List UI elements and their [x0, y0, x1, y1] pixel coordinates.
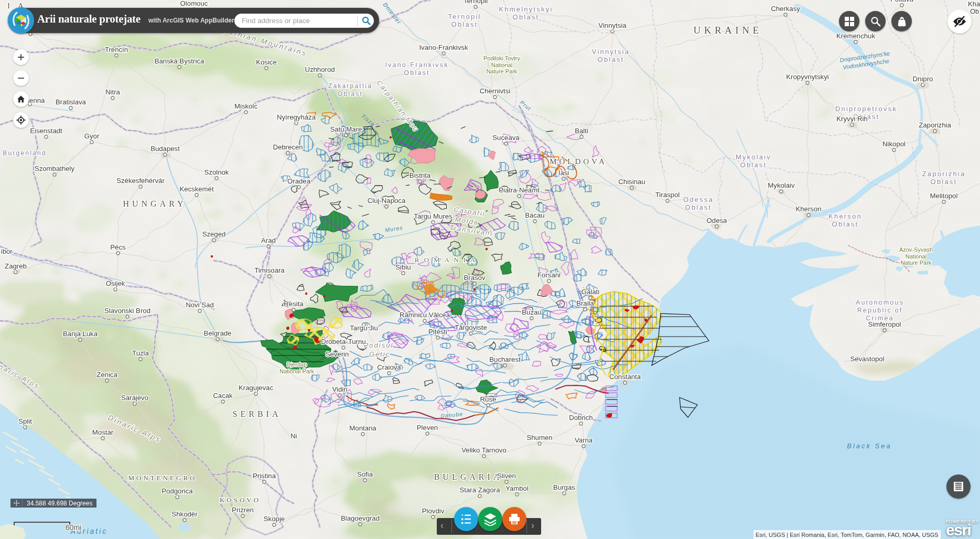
svg-text:Kosice: Kosice: [256, 58, 277, 66]
svg-text:Sofia: Sofia: [357, 470, 373, 478]
svg-text:Oblast: Oblast: [685, 203, 712, 211]
svg-text:Skopje: Skopje: [264, 515, 285, 523]
svg-text:Ruse: Ruse: [480, 395, 497, 403]
svg-text:Resita: Resita: [284, 300, 304, 308]
svg-text:Pleven: Pleven: [417, 424, 438, 432]
svg-text:Odesa: Odesa: [707, 217, 728, 224]
svg-text:Kragujevac: Kragujevac: [239, 384, 273, 392]
svg-text:Dnipropetrovsk: Dnipropetrovsk: [835, 105, 897, 113]
svg-text:Pristina: Pristina: [253, 472, 276, 480]
svg-text:Pécs: Pécs: [110, 243, 126, 251]
svg-text:Kecskemét: Kecskemét: [179, 185, 214, 193]
svg-text:Vinnytsia: Vinnytsia: [592, 48, 630, 56]
svg-text:Braila: Braila: [576, 299, 594, 307]
svg-text:Timisoara: Timisoara: [254, 266, 285, 274]
svg-text:Zagreb: Zagreb: [5, 262, 27, 270]
svg-text:Szombathely: Szombathely: [35, 165, 75, 173]
svg-text:Targu Jiu: Targu Jiu: [350, 324, 378, 332]
svg-text:Mykolaiv: Mykolaiv: [768, 181, 795, 189]
svg-text:Novi Sad: Novi Sad: [186, 301, 214, 309]
svg-text:Banja Luka: Banja Luka: [63, 330, 98, 338]
svg-text:Oblast: Oblast: [832, 220, 859, 228]
svg-text:Balti: Balti: [575, 127, 588, 135]
svg-text:Bacau: Bacau: [525, 211, 544, 219]
svg-text:Tuzla: Tuzla: [132, 349, 149, 357]
svg-text:SERBIA: SERBIA: [233, 409, 282, 418]
svg-text:Oblast: Oblast: [931, 178, 957, 186]
svg-text:Craiova: Craiova: [377, 363, 401, 371]
svg-text:Nature Park: Nature Park: [487, 68, 518, 74]
svg-text:Vidin: Vidin: [332, 385, 347, 393]
svg-text:Bucharest: Bucharest: [489, 355, 521, 363]
svg-text:Belgrade: Belgrade: [204, 329, 232, 337]
svg-text:Oblast: Oblast: [513, 13, 540, 21]
svg-text:Kherson: Kherson: [795, 205, 821, 213]
svg-text:Nikopol: Nikopol: [882, 140, 906, 148]
svg-text:Bistrita: Bistrita: [410, 171, 431, 179]
svg-text:Nyíregyháza: Nyíregyháza: [277, 113, 316, 121]
svg-text:Oblast: Oblast: [338, 90, 363, 98]
svg-text:Suceava: Suceava: [492, 134, 520, 142]
svg-text:Cluj-Napoca: Cluj-Napoca: [368, 197, 406, 204]
svg-text:Székesfehérvár: Székesfehérvár: [116, 177, 165, 185]
svg-text:Kherson: Kherson: [828, 212, 862, 220]
svg-text:Getic: Getic: [369, 350, 390, 358]
svg-text:Zenica: Zenica: [96, 371, 117, 379]
svg-text:Chisinau: Chisinau: [618, 178, 645, 186]
svg-text:Oradea: Oradea: [287, 177, 311, 185]
svg-text:Pitesti: Pitesti: [428, 328, 447, 336]
svg-text:Szeged: Szeged: [202, 230, 226, 238]
svg-text:Stara Zagora: Stara Zagora: [460, 486, 501, 494]
svg-text:ibor: ibor: [1, 247, 13, 255]
svg-text:Severin: Severin: [326, 350, 349, 358]
svg-text:R O M A N I A: R O M A N I A: [415, 256, 477, 264]
svg-text:Satu Mare: Satu Mare: [330, 125, 362, 133]
svg-text:MONTENEGRO: MONTENEGRO: [128, 474, 197, 482]
svg-text:Nature Park: Nature Park: [901, 260, 932, 266]
svg-text:Constanta: Constanta: [609, 373, 641, 381]
svg-text:Kryvyi Rih: Kryvyi Rih: [836, 115, 867, 123]
svg-text:Blagoevgrad: Blagoevgrad: [341, 514, 380, 522]
svg-text:Nitra: Nitra: [105, 88, 121, 96]
svg-text:Bratislava: Bratislava: [56, 98, 87, 106]
svg-text:Tiraspol: Tiraspol: [655, 191, 680, 199]
svg-text:Zaporizhia: Zaporizhia: [919, 121, 951, 129]
svg-text:Shumen: Shumen: [526, 434, 552, 441]
svg-text:Shkodër: Shkodër: [171, 510, 198, 518]
svg-text:Iasi: Iasi: [558, 169, 569, 177]
svg-text:60mi: 60mi: [66, 523, 81, 532]
svg-text:Ivano-Frankivsk: Ivano-Frankivsk: [385, 61, 448, 69]
svg-text:Zaporizhia: Zaporizhia: [922, 170, 966, 178]
svg-text:Kropyvnytskyi: Kropyvnytskyi: [786, 73, 828, 81]
svg-text:Mostar: Mostar: [92, 428, 114, 436]
svg-text:Targu Mures: Targu Mures: [414, 212, 453, 220]
svg-text:Chernivtsi: Chernivtsi: [480, 87, 511, 95]
svg-text:Melitopol: Melitopol: [930, 192, 958, 200]
svg-text:Ob: Ob: [970, 7, 979, 15]
svg-text:HUNGARY: HUNGARY: [123, 199, 186, 208]
svg-text:Oblast: Oblast: [404, 69, 429, 77]
svg-text:Uzhhorod: Uzhhorod: [305, 66, 335, 73]
svg-text:Râmnicu Vâlcea: Râmnicu Vâlcea: [400, 311, 450, 319]
svg-text:Sliven: Sliven: [497, 472, 516, 480]
svg-text:Podilski Tovtry: Podilski Tovtry: [483, 55, 521, 61]
svg-text:Vinnytsia: Vinnytsia: [598, 21, 627, 29]
svg-text:Gyor: Gyor: [84, 132, 100, 140]
svg-text:Szolnok: Szolnok: [204, 168, 229, 176]
svg-text:Azov-Syvash: Azov-Syvash: [899, 246, 933, 253]
svg-text:Budapest: Budapest: [150, 145, 180, 153]
svg-text:Piatra-Neamt: Piatra-Neamt: [499, 186, 540, 194]
svg-text:Ni: Ni: [290, 432, 297, 440]
svg-text:National Park: National Park: [279, 368, 315, 374]
svg-text:Black Sea: Black Sea: [847, 442, 892, 450]
svg-text:Dnipro: Dnipro: [913, 75, 933, 83]
svg-text:Split: Split: [18, 417, 32, 425]
svg-text:Yambol: Yambol: [505, 484, 529, 492]
svg-text:Burgenland: Burgenland: [3, 149, 46, 157]
svg-text:Kha: Kha: [968, 0, 980, 8]
svg-text:Sevastopol: Sevastopol: [850, 355, 884, 363]
svg-text:Varna: Varna: [575, 436, 593, 444]
svg-text:Autonomous: Autonomous: [856, 299, 904, 306]
svg-text:Oblast: Oblast: [451, 20, 478, 28]
svg-text:Slavonski Brod: Slavonski Brod: [104, 307, 150, 315]
